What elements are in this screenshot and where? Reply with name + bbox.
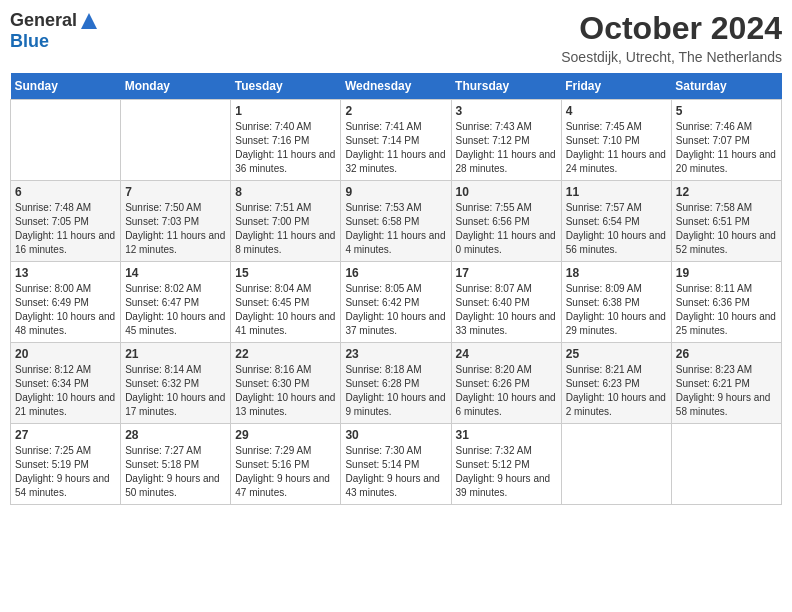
title-section: October 2024 Soestdijk, Utrecht, The Net… — [561, 10, 782, 65]
calendar-week-1: 1Sunrise: 7:40 AM Sunset: 7:16 PM Daylig… — [11, 100, 782, 181]
calendar-cell: 3Sunrise: 7:43 AM Sunset: 7:12 PM Daylig… — [451, 100, 561, 181]
day-number: 1 — [235, 104, 336, 118]
day-info: Sunrise: 8:12 AM Sunset: 6:34 PM Dayligh… — [15, 363, 116, 419]
day-number: 7 — [125, 185, 226, 199]
calendar-cell: 2Sunrise: 7:41 AM Sunset: 7:14 PM Daylig… — [341, 100, 451, 181]
day-number: 28 — [125, 428, 226, 442]
day-info: Sunrise: 7:29 AM Sunset: 5:16 PM Dayligh… — [235, 444, 336, 500]
day-number: 27 — [15, 428, 116, 442]
calendar-cell: 4Sunrise: 7:45 AM Sunset: 7:10 PM Daylig… — [561, 100, 671, 181]
day-info: Sunrise: 8:14 AM Sunset: 6:32 PM Dayligh… — [125, 363, 226, 419]
calendar-cell: 13Sunrise: 8:00 AM Sunset: 6:49 PM Dayli… — [11, 262, 121, 343]
calendar-cell — [561, 424, 671, 505]
calendar-cell: 31Sunrise: 7:32 AM Sunset: 5:12 PM Dayli… — [451, 424, 561, 505]
day-info: Sunrise: 7:57 AM Sunset: 6:54 PM Dayligh… — [566, 201, 667, 257]
day-number: 5 — [676, 104, 777, 118]
calendar-week-3: 13Sunrise: 8:00 AM Sunset: 6:49 PM Dayli… — [11, 262, 782, 343]
day-info: Sunrise: 8:20 AM Sunset: 6:26 PM Dayligh… — [456, 363, 557, 419]
day-number: 15 — [235, 266, 336, 280]
calendar-cell: 19Sunrise: 8:11 AM Sunset: 6:36 PM Dayli… — [671, 262, 781, 343]
calendar-cell: 17Sunrise: 8:07 AM Sunset: 6:40 PM Dayli… — [451, 262, 561, 343]
day-info: Sunrise: 8:16 AM Sunset: 6:30 PM Dayligh… — [235, 363, 336, 419]
calendar-cell: 24Sunrise: 8:20 AM Sunset: 6:26 PM Dayli… — [451, 343, 561, 424]
calendar-cell — [671, 424, 781, 505]
calendar-cell: 6Sunrise: 7:48 AM Sunset: 7:05 PM Daylig… — [11, 181, 121, 262]
day-info: Sunrise: 8:11 AM Sunset: 6:36 PM Dayligh… — [676, 282, 777, 338]
calendar-cell: 21Sunrise: 8:14 AM Sunset: 6:32 PM Dayli… — [121, 343, 231, 424]
day-number: 13 — [15, 266, 116, 280]
day-number: 26 — [676, 347, 777, 361]
calendar-cell: 23Sunrise: 8:18 AM Sunset: 6:28 PM Dayli… — [341, 343, 451, 424]
day-info: Sunrise: 7:27 AM Sunset: 5:18 PM Dayligh… — [125, 444, 226, 500]
day-number: 21 — [125, 347, 226, 361]
day-info: Sunrise: 7:55 AM Sunset: 6:56 PM Dayligh… — [456, 201, 557, 257]
day-info: Sunrise: 7:51 AM Sunset: 7:00 PM Dayligh… — [235, 201, 336, 257]
day-number: 3 — [456, 104, 557, 118]
calendar-week-5: 27Sunrise: 7:25 AM Sunset: 5:19 PM Dayli… — [11, 424, 782, 505]
day-number: 23 — [345, 347, 446, 361]
calendar-cell: 27Sunrise: 7:25 AM Sunset: 5:19 PM Dayli… — [11, 424, 121, 505]
day-info: Sunrise: 8:05 AM Sunset: 6:42 PM Dayligh… — [345, 282, 446, 338]
day-number: 24 — [456, 347, 557, 361]
calendar-cell: 1Sunrise: 7:40 AM Sunset: 7:16 PM Daylig… — [231, 100, 341, 181]
calendar-cell: 18Sunrise: 8:09 AM Sunset: 6:38 PM Dayli… — [561, 262, 671, 343]
day-header-thursday: Thursday — [451, 73, 561, 100]
calendar-cell — [11, 100, 121, 181]
day-info: Sunrise: 7:48 AM Sunset: 7:05 PM Dayligh… — [15, 201, 116, 257]
day-number: 9 — [345, 185, 446, 199]
calendar-cell: 28Sunrise: 7:27 AM Sunset: 5:18 PM Dayli… — [121, 424, 231, 505]
day-header-monday: Monday — [121, 73, 231, 100]
calendar-week-4: 20Sunrise: 8:12 AM Sunset: 6:34 PM Dayli… — [11, 343, 782, 424]
calendar-cell: 7Sunrise: 7:50 AM Sunset: 7:03 PM Daylig… — [121, 181, 231, 262]
day-number: 20 — [15, 347, 116, 361]
calendar-cell: 8Sunrise: 7:51 AM Sunset: 7:00 PM Daylig… — [231, 181, 341, 262]
day-info: Sunrise: 7:32 AM Sunset: 5:12 PM Dayligh… — [456, 444, 557, 500]
calendar-cell: 9Sunrise: 7:53 AM Sunset: 6:58 PM Daylig… — [341, 181, 451, 262]
calendar-table: SundayMondayTuesdayWednesdayThursdayFrid… — [10, 73, 782, 505]
day-number: 31 — [456, 428, 557, 442]
day-header-sunday: Sunday — [11, 73, 121, 100]
day-header-tuesday: Tuesday — [231, 73, 341, 100]
day-info: Sunrise: 8:21 AM Sunset: 6:23 PM Dayligh… — [566, 363, 667, 419]
day-number: 18 — [566, 266, 667, 280]
calendar-cell: 5Sunrise: 7:46 AM Sunset: 7:07 PM Daylig… — [671, 100, 781, 181]
logo-icon — [79, 11, 99, 31]
day-info: Sunrise: 7:53 AM Sunset: 6:58 PM Dayligh… — [345, 201, 446, 257]
calendar-cell — [121, 100, 231, 181]
day-info: Sunrise: 7:41 AM Sunset: 7:14 PM Dayligh… — [345, 120, 446, 176]
calendar-cell: 20Sunrise: 8:12 AM Sunset: 6:34 PM Dayli… — [11, 343, 121, 424]
header-row: SundayMondayTuesdayWednesdayThursdayFrid… — [11, 73, 782, 100]
day-info: Sunrise: 8:23 AM Sunset: 6:21 PM Dayligh… — [676, 363, 777, 419]
calendar-cell: 22Sunrise: 8:16 AM Sunset: 6:30 PM Dayli… — [231, 343, 341, 424]
calendar-cell: 15Sunrise: 8:04 AM Sunset: 6:45 PM Dayli… — [231, 262, 341, 343]
logo-general: General — [10, 10, 77, 31]
calendar-cell: 29Sunrise: 7:29 AM Sunset: 5:16 PM Dayli… — [231, 424, 341, 505]
day-info: Sunrise: 8:00 AM Sunset: 6:49 PM Dayligh… — [15, 282, 116, 338]
day-header-friday: Friday — [561, 73, 671, 100]
day-info: Sunrise: 8:09 AM Sunset: 6:38 PM Dayligh… — [566, 282, 667, 338]
day-number: 12 — [676, 185, 777, 199]
day-number: 4 — [566, 104, 667, 118]
calendar-cell: 11Sunrise: 7:57 AM Sunset: 6:54 PM Dayli… — [561, 181, 671, 262]
calendar-cell: 25Sunrise: 8:21 AM Sunset: 6:23 PM Dayli… — [561, 343, 671, 424]
location: Soestdijk, Utrecht, The Netherlands — [561, 49, 782, 65]
day-info: Sunrise: 8:07 AM Sunset: 6:40 PM Dayligh… — [456, 282, 557, 338]
calendar-cell: 30Sunrise: 7:30 AM Sunset: 5:14 PM Dayli… — [341, 424, 451, 505]
day-info: Sunrise: 8:02 AM Sunset: 6:47 PM Dayligh… — [125, 282, 226, 338]
day-info: Sunrise: 7:45 AM Sunset: 7:10 PM Dayligh… — [566, 120, 667, 176]
logo-blue: Blue — [10, 31, 49, 52]
day-number: 10 — [456, 185, 557, 199]
day-info: Sunrise: 7:58 AM Sunset: 6:51 PM Dayligh… — [676, 201, 777, 257]
day-number: 6 — [15, 185, 116, 199]
day-number: 19 — [676, 266, 777, 280]
day-number: 22 — [235, 347, 336, 361]
day-number: 16 — [345, 266, 446, 280]
calendar-cell: 26Sunrise: 8:23 AM Sunset: 6:21 PM Dayli… — [671, 343, 781, 424]
calendar-cell: 10Sunrise: 7:55 AM Sunset: 6:56 PM Dayli… — [451, 181, 561, 262]
day-number: 25 — [566, 347, 667, 361]
day-number: 11 — [566, 185, 667, 199]
day-number: 2 — [345, 104, 446, 118]
day-info: Sunrise: 8:18 AM Sunset: 6:28 PM Dayligh… — [345, 363, 446, 419]
calendar-cell: 16Sunrise: 8:05 AM Sunset: 6:42 PM Dayli… — [341, 262, 451, 343]
day-info: Sunrise: 7:30 AM Sunset: 5:14 PM Dayligh… — [345, 444, 446, 500]
